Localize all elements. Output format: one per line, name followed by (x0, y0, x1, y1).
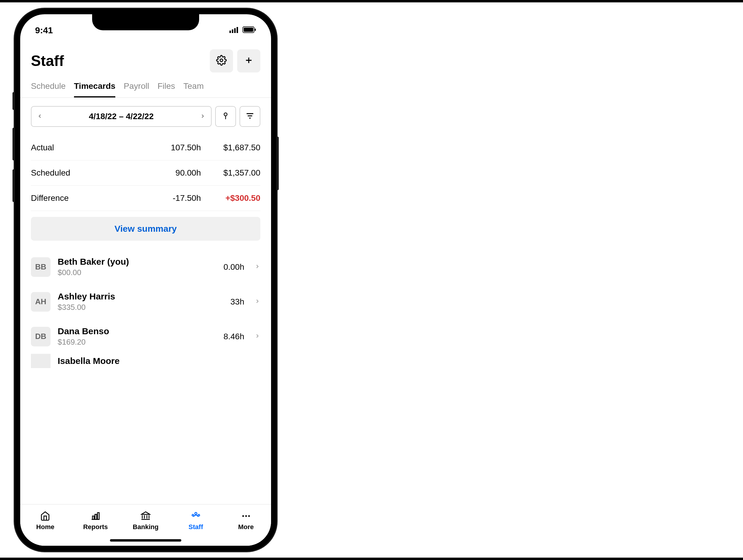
chevron-right-icon[interactable] (200, 112, 206, 121)
plus-icon (244, 55, 254, 66)
tab-team[interactable]: Team (183, 81, 204, 97)
add-button[interactable] (237, 49, 260, 73)
avatar: DB (31, 327, 50, 346)
summary-difference: Difference -17.50h +$300.50 (31, 186, 260, 211)
staff-name: Beth Baker (you) (58, 257, 216, 267)
staff-row[interactable]: Isabella Moore (31, 354, 260, 368)
staff-hours: 33h (230, 297, 244, 307)
svg-point-27 (198, 514, 200, 516)
svg-point-25 (195, 512, 197, 514)
nav-reports[interactable]: Reports (71, 505, 121, 537)
phone-frame: 9:41 Staff (15, 9, 276, 551)
battery-icon (243, 27, 256, 34)
filter-button[interactable] (239, 106, 260, 127)
nav-home[interactable]: Home (20, 505, 71, 537)
chevron-right-icon (254, 333, 260, 340)
svg-rect-0 (229, 31, 231, 33)
avatar: AH (31, 292, 50, 312)
notch (92, 14, 199, 30)
filter-icon (246, 111, 254, 122)
staff-name: Isabella Moore (58, 356, 260, 366)
nav-more[interactable]: More (221, 505, 271, 537)
date-range-text: 4/18/22 – 4/22/22 (43, 112, 200, 121)
date-range-picker[interactable]: 4/18/22 – 4/22/22 (31, 106, 212, 127)
staff-hours: 8.46h (223, 332, 244, 341)
chevron-right-icon (254, 264, 260, 271)
tabs: Schedule Timecards Payroll Files Team (20, 79, 271, 98)
bank-icon (141, 511, 151, 521)
staff-name: Ashley Harris (58, 291, 223, 301)
status-time: 9:41 (35, 25, 53, 35)
svg-point-29 (245, 515, 247, 517)
svg-point-28 (242, 515, 244, 517)
more-icon (241, 511, 251, 521)
svg-marker-19 (141, 512, 150, 514)
svg-rect-6 (255, 29, 256, 31)
staff-row[interactable]: DB Dana Benso $169.20 8.46h (31, 319, 260, 354)
tab-timecards[interactable]: Timecards (74, 81, 116, 97)
staff-amount: $335.00 (58, 303, 223, 312)
avatar: BB (31, 257, 50, 277)
svg-rect-18 (97, 512, 99, 519)
view-summary-button[interactable]: View summary (31, 217, 260, 241)
staff-name: Dana Benso (58, 326, 216, 336)
location-button[interactable] (215, 106, 236, 127)
avatar (31, 354, 50, 368)
svg-rect-2 (234, 28, 236, 33)
home-indicator[interactable] (110, 539, 181, 542)
svg-rect-1 (232, 30, 233, 33)
svg-rect-16 (92, 516, 94, 519)
chevron-right-icon (254, 298, 260, 306)
svg-point-7 (220, 59, 223, 62)
staff-hours: 0.00h (223, 262, 244, 272)
svg-point-30 (248, 515, 250, 517)
svg-rect-3 (236, 27, 238, 33)
pin-icon (221, 111, 230, 122)
svg-point-26 (192, 514, 194, 516)
signal-icon (229, 27, 239, 34)
people-icon (191, 511, 201, 521)
gear-icon (216, 55, 227, 67)
summary-scheduled: Scheduled 90.00h $1,357.00 (31, 160, 260, 186)
tab-schedule[interactable]: Schedule (31, 81, 66, 97)
nav-staff[interactable]: Staff (171, 505, 221, 537)
staff-row[interactable]: BB Beth Baker (you) $00.00 0.00h (31, 249, 260, 284)
tab-payroll[interactable]: Payroll (124, 81, 149, 97)
summary-actual: Actual 107.50h $1,687.50 (31, 135, 260, 160)
chart-icon (90, 511, 100, 521)
chevron-left-icon[interactable] (37, 112, 43, 121)
staff-amount: $00.00 (58, 268, 216, 277)
svg-point-10 (224, 113, 227, 116)
nav-banking[interactable]: Banking (121, 505, 171, 537)
settings-button[interactable] (210, 49, 233, 73)
svg-rect-5 (244, 28, 253, 32)
page-title: Staff (31, 52, 64, 69)
svg-rect-17 (95, 514, 97, 519)
tab-files[interactable]: Files (158, 81, 175, 97)
staff-row[interactable]: AH Ashley Harris $335.00 33h (31, 284, 260, 319)
staff-amount: $169.20 (58, 337, 216, 347)
home-icon (40, 511, 50, 521)
